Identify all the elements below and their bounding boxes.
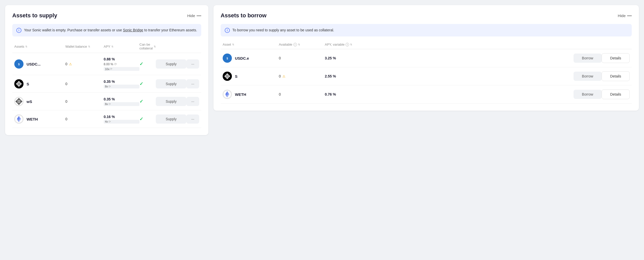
info-icon: i [16, 28, 21, 33]
collateral-cell: ✓ [139, 81, 156, 87]
asset-name: WETH [27, 117, 38, 121]
hide-dash-icon: — [627, 13, 632, 18]
asset-name: USDC.e [235, 56, 249, 60]
asset-cell: wS [14, 97, 65, 106]
asset-cell: $ USDC.e [223, 54, 279, 63]
borrow-info-banner: i To borrow you need to supply any asset… [221, 24, 632, 36]
boost-icon: ⟳ [109, 85, 111, 88]
asset-cell: WETH [223, 90, 279, 99]
borrow-panel-header: Assets to borrow Hide — [221, 12, 632, 19]
supply-info-banner: i Your Sonic wallet is empty. Purchase o… [12, 24, 201, 36]
col-available: Available i ⇅ [279, 43, 325, 46]
asset-name: wS [27, 99, 32, 104]
borrow-button[interactable]: Borrow [574, 54, 602, 63]
sort-icon: ⇅ [25, 45, 27, 48]
table-row: $ USDC.e 0 3.25 % Borrow Details [221, 49, 632, 67]
weth-logo [223, 90, 232, 99]
details-button[interactable]: Details [602, 71, 630, 81]
table-row: S 0 ⚠ 2.55 % Borrow Details [221, 67, 632, 85]
borrow-hide-button[interactable]: Hide — [618, 13, 632, 18]
collateral-cell: ✓ [139, 99, 156, 104]
table-row: S 0 0.35 % 8x ⟳ ✓ Supply ··· [12, 75, 201, 93]
balance-cell: 0 [65, 82, 104, 86]
available-cell: 0 [279, 92, 325, 96]
more-button[interactable]: ··· [186, 59, 199, 69]
col-collateral: Can be collateral ⇅ [139, 43, 156, 50]
collateral-cell: ✓ [139, 61, 156, 67]
borrow-panel-title: Assets to borrow [221, 12, 267, 19]
supply-hide-button[interactable]: Hide — [187, 13, 201, 18]
more-button[interactable]: ··· [186, 79, 199, 88]
balance-cell: 0 [65, 117, 104, 121]
details-button[interactable]: Details [602, 89, 630, 99]
apy-cell: 0.35 % 8x ⟳ [104, 80, 139, 88]
more-button[interactable]: ··· [186, 114, 199, 124]
apy-badge: 8x ⟳ [104, 85, 139, 88]
warning-icon: ⚠ [69, 62, 72, 66]
available-cell: 0 ⚠ [279, 74, 325, 78]
supply-panel-title: Assets to supply [12, 12, 57, 19]
check-icon: ✓ [139, 61, 143, 67]
apy-badge: 4x ⟳ [104, 120, 139, 124]
sonic-bridge-link[interactable]: Sonic Bridge [123, 28, 143, 32]
apy-cell: 3.25 % [325, 56, 574, 60]
asset-name: WETH [235, 92, 246, 97]
boost-icon: ⟳ [114, 62, 117, 66]
ws-logo [14, 97, 23, 106]
asset-name: S [235, 74, 237, 79]
available-cell: 0 [279, 56, 325, 60]
more-button[interactable]: ··· [186, 97, 199, 106]
apy-cell: 0.88 % 8.00 % ⟳ 10x ⟳ [104, 57, 139, 71]
apy-cell: 2.55 % [325, 74, 574, 78]
table-row: wS 0 0.35 % 8x ⟳ ✓ Supply ··· [12, 93, 201, 110]
sort-icon: ⇅ [88, 45, 90, 48]
boost-icon: ⟳ [110, 67, 112, 71]
borrow-panel: Assets to borrow Hide — i To borrow you … [213, 5, 639, 111]
apy-badge: 8x ⟳ [104, 102, 139, 106]
info-icon: i [225, 28, 230, 33]
s-logo [223, 72, 232, 81]
check-icon: ✓ [139, 81, 143, 87]
balance-cell: 0 ⚠ [65, 62, 104, 66]
info-icon: i [293, 43, 297, 46]
boost-icon: ⟳ [109, 102, 111, 106]
col-wallet-balance: Wallet balance ⇅ [65, 43, 104, 50]
borrow-button[interactable]: Borrow [574, 90, 602, 99]
col-apy-variable: APY, variable i ⇅ [325, 43, 574, 46]
table-row: $ USDC... 0 ⚠ 0.88 % 8.00 % ⟳ 10x ⟳ ✓ Su… [12, 53, 201, 75]
asset-cell: S [14, 79, 65, 88]
check-icon: ✓ [139, 99, 143, 104]
apy-cell: 0.76 % [325, 92, 574, 96]
col-apy: APY ⇅ [104, 43, 139, 50]
apy-badge: 10x ⟳ [104, 67, 139, 71]
asset-cell: WETH [14, 114, 65, 124]
svg-text:$: $ [226, 57, 228, 60]
col-asset: Asset ⇅ [223, 43, 279, 46]
balance-cell: 0 [65, 99, 104, 103]
usdc-logo: $ [223, 54, 232, 63]
svg-text:$: $ [18, 63, 20, 66]
supply-table-header: Assets ⇅ Wallet balance ⇅ APY ⇅ Can be c… [12, 43, 201, 53]
supply-panel-header: Assets to supply Hide — [12, 12, 201, 19]
supply-button[interactable]: Supply [156, 97, 186, 106]
hide-dash-icon: — [197, 13, 201, 18]
collateral-cell: ✓ [139, 116, 156, 122]
borrow-button[interactable]: Borrow [574, 72, 602, 81]
asset-cell: $ USDC... [14, 59, 65, 69]
table-row: WETH 0 0.16 % 4x ⟳ ✓ Supply ··· [12, 110, 201, 128]
weth-logo [14, 114, 23, 124]
asset-cell: S [223, 72, 279, 81]
usdc-logo: $ [14, 59, 23, 69]
supply-button[interactable]: Supply [156, 59, 186, 69]
details-button[interactable]: Details [602, 53, 630, 63]
apy-cell: 0.16 % 4x ⟳ [104, 115, 139, 124]
sort-icon: ⇅ [298, 43, 300, 46]
supply-panel: Assets to supply Hide — i Your Sonic wal… [5, 5, 208, 135]
supply-button[interactable]: Supply [156, 79, 186, 88]
supply-button[interactable]: Supply [156, 114, 186, 124]
s-logo [14, 79, 23, 88]
asset-name: S [27, 82, 29, 86]
boost-icon: ⟳ [109, 120, 111, 123]
sort-icon: ⇅ [350, 43, 352, 46]
check-icon: ✓ [139, 116, 143, 122]
